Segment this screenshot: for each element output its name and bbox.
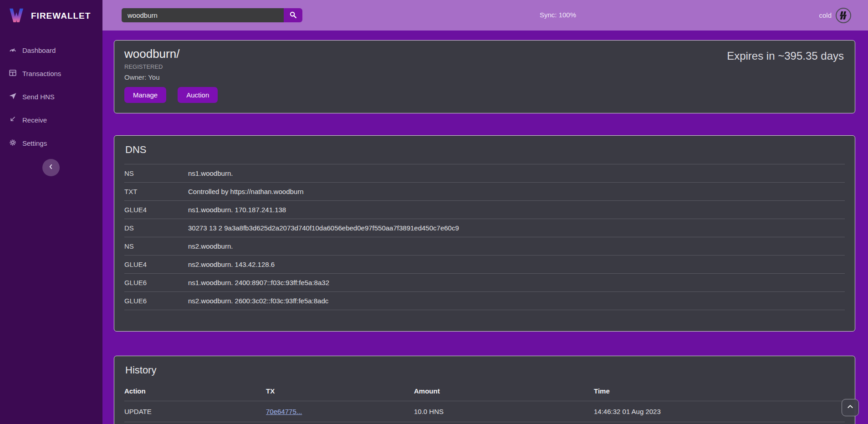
history-amount: 10.0 HNS [414,401,594,422]
dns-record-value: ns2.woodburn. 2600:3c02::f03c:93ff:fe5a:… [188,292,845,310]
brand-header: FIREWALLET [0,0,102,31]
dns-record-type: GLUE4 [124,201,188,219]
search-button[interactable] [284,8,302,22]
history-card: History Action TX Amount Time UPDATE [114,356,855,424]
dns-record-row: GLUE4 ns2.woodburn. 143.42.128.6 [124,255,845,274]
sidebar-item-send-hns[interactable]: Send HNS [0,85,102,108]
wallet-status: cold [819,0,851,31]
search-icon [289,11,297,20]
dns-record-row: NS ns1.woodburn. [124,164,845,183]
chevron-left-icon [48,163,54,172]
dns-record-value: ns1.woodburn. [188,164,845,183]
sync-status: Sync: 100% [540,11,576,19]
main-area: Sync: 100% cold [102,0,868,424]
dns-record-row: GLUE4 ns1.woodburn. 170.187.241.138 [124,201,845,219]
dns-record-type: NS [124,237,188,255]
history-row: UPDATE 70e64775... 10.0 HNS 14:46:32 01 … [124,401,845,422]
sidebar-item-label: Transactions [22,70,61,77]
sidebar-item-label: Settings [22,139,47,147]
search-input[interactable] [122,8,284,22]
transactions-table-icon [9,69,17,78]
history-header-row: Action TX Amount Time [124,384,845,401]
sidebar: FIREWALLET Dashboard [0,0,102,424]
page-content: woodburn/ REGISTERED Owner: You Manage A… [102,31,868,424]
sidebar-item-label: Receive [22,116,47,124]
history-row: RENEW 472a3d75... 10.0 HNS 15:47:06 07 F… [124,422,845,424]
dashboard-gauge-icon [9,46,17,55]
dns-record-row: NS ns2.woodburn. [124,237,845,255]
brand-name: FIREWALLET [31,11,91,21]
dns-record-value: Controlled by https://nathan.woodburn [188,183,845,201]
dns-record-value: ns1.woodburn. 170.187.241.138 [188,201,845,219]
dns-record-row: DS 30273 13 2 9a3a8fb3d625d2a2073d740f10… [124,219,845,237]
search-bar [122,8,302,22]
top-bar: Sync: 100% cold [102,0,868,31]
sidebar-item-settings[interactable]: Settings [0,132,102,155]
sidebar-item-label: Send HNS [22,93,55,101]
dns-record-value: ns1.woodburn. 2400:8907::f03c:93ff:fe5a:… [188,274,845,292]
tx-link[interactable]: 70e64775... [266,408,302,415]
dns-title: DNS [125,144,845,156]
history-time: 15:47:06 07 Feb 2023 [594,422,845,424]
domain-status-badge: REGISTERED [124,63,845,70]
dns-record-value: 30273 13 2 9a3a8fb3d625d2a2073d740f10da6… [188,219,845,237]
handshake-logo-icon[interactable] [836,8,851,23]
sidebar-item-dashboard[interactable]: Dashboard [0,39,102,62]
dns-record-value: ns2.woodburn. 143.42.128.6 [188,255,845,274]
history-column-tx: TX [266,384,414,401]
scroll-to-top-button[interactable] [842,399,859,416]
history-action: RENEW [124,422,266,424]
dns-record-type: DS [124,219,188,237]
sidebar-item-transactions[interactable]: Transactions [0,62,102,85]
history-title: History [125,364,845,376]
domain-owner: Owner: You [124,73,845,81]
auction-button[interactable]: Auction [178,87,218,103]
sidebar-collapse-button[interactable] [42,159,60,176]
sidebar-item-label: Dashboard [22,46,56,54]
sidebar-item-receive[interactable]: Receive [0,108,102,132]
dns-record-type: GLUE6 [124,274,188,292]
history-action: UPDATE [124,401,266,422]
dns-table: NS ns1.woodburn. TXT Controlled by https… [124,164,845,310]
manage-button[interactable]: Manage [124,87,166,103]
domain-actions: Manage Auction [124,87,845,103]
receive-arrow-icon [9,115,17,125]
chevron-up-icon [847,403,854,412]
expires-label: Expires in ~395.35 days [727,50,844,62]
sidebar-nav: Dashboard Transactions S [0,39,102,155]
history-time: 14:46:32 01 Aug 2023 [594,401,845,422]
app-window: FIREWALLET Dashboard [0,0,868,424]
dns-record-row: TXT Controlled by https://nathan.woodbur… [124,183,845,201]
send-plane-icon [9,92,17,102]
dns-record-row: GLUE6 ns1.woodburn. 2400:8907::f03c:93ff… [124,274,845,292]
domain-card: woodburn/ REGISTERED Owner: You Manage A… [114,40,855,113]
history-column-action: Action [124,384,266,401]
dns-record-type: GLUE4 [124,255,188,274]
history-column-amount: Amount [414,384,594,401]
settings-gear-icon [9,138,17,148]
history-column-time: Time [594,384,845,401]
dns-record-value: ns2.woodburn. [188,237,845,255]
wallet-mode-label: cold [819,11,832,19]
history-table: Action TX Amount Time UPDATE 70e64775...… [124,384,845,424]
dns-record-row: GLUE6 ns2.woodburn. 2600:3c02::f03c:93ff… [124,292,845,310]
firewallet-w-logo-icon [7,6,26,26]
dns-record-type: GLUE6 [124,292,188,310]
dns-record-type: TXT [124,183,188,201]
dns-card: DNS NS ns1.woodburn. TXT Controlled by h… [114,135,855,332]
dns-record-type: NS [124,164,188,183]
history-amount: 10.0 HNS [414,422,594,424]
